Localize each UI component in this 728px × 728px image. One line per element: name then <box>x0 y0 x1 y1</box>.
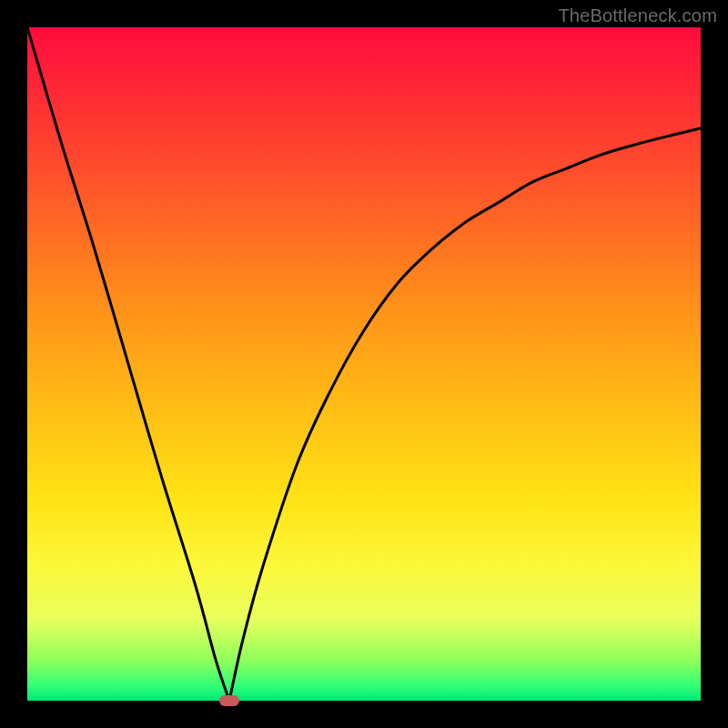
chart-frame: TheBottleneck.com <box>0 0 728 728</box>
plot-area <box>27 27 701 701</box>
curve-layer <box>27 27 701 701</box>
watermark-text: TheBottleneck.com <box>558 5 717 26</box>
curve-left-branch <box>27 27 229 701</box>
optimal-point-marker <box>219 695 239 706</box>
curve-right-branch <box>229 128 701 701</box>
